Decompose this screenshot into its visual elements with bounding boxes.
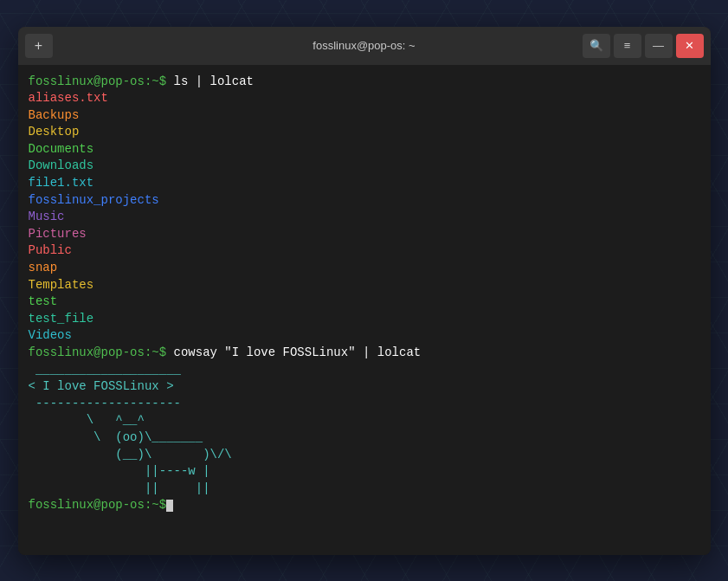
prompt-2: fosslinux@pop-os <box>29 345 145 359</box>
cow-line-3: -------------------- <box>29 396 700 413</box>
cow-line-8: || || <box>29 481 700 498</box>
search-icon: 🔍 <box>589 39 603 52</box>
prompt-1: fosslinux@pop-os <box>29 74 145 88</box>
cow-line-6: (__)\ )\/\ <box>29 447 700 464</box>
minimize-button[interactable]: — <box>645 34 673 58</box>
cow-line-7: ||----w | <box>29 463 700 481</box>
ls-item-file1: file1.txt <box>29 175 700 192</box>
prompt-3: fosslinux@pop-os <box>29 498 145 512</box>
minimize-icon: — <box>653 39 664 52</box>
ls-item-backups: Backups <box>29 107 700 125</box>
command-line-2: fosslinux@pop-os:~$ cowsay "I love FOSSL… <box>29 345 700 362</box>
ls-item-aliases: aliases.txt <box>29 90 700 107</box>
ls-item-desktop: Desktop <box>29 124 700 141</box>
title-bar-left: + <box>25 34 53 58</box>
title-bar-right: 🔍 ≡ — ✕ <box>583 34 704 58</box>
ls-item-videos: Videos <box>29 327 700 345</box>
ls-item-pictures: Pictures <box>29 226 700 243</box>
plus-icon: + <box>35 38 42 54</box>
ls-item-test-file: test_file <box>29 311 700 328</box>
cow-line-4: \ ^__^ <box>29 412 700 429</box>
cow-line-2: < I love FOSSLinux > <box>29 378 700 396</box>
command-line-1: fosslinux@pop-os:~$ ls | lolcat <box>29 74 700 91</box>
cow-line-5: \ (oo)\_______ <box>29 429 700 447</box>
close-icon: ✕ <box>685 39 694 52</box>
ls-item-documents: Documents <box>29 141 700 158</box>
desktop: + fosslinux@pop-os: ~ 🔍 ≡ — ✕ <box>0 0 728 581</box>
ls-item-templates: Templates <box>29 277 700 294</box>
menu-button[interactable]: ≡ <box>614 34 641 58</box>
terminal-body[interactable]: fosslinux@pop-os:~$ ls | lolcat aliases.… <box>18 65 711 555</box>
cow-line-1: ____________________ <box>29 362 700 379</box>
terminal-window: + fosslinux@pop-os: ~ 🔍 ≡ — ✕ <box>18 27 711 555</box>
window-title: fosslinux@pop-os: ~ <box>312 39 415 52</box>
search-button[interactable]: 🔍 <box>583 34 610 58</box>
ls-item-downloads: Downloads <box>29 158 700 175</box>
cursor <box>166 500 173 512</box>
close-button[interactable]: ✕ <box>676 34 704 58</box>
ls-item-test: test <box>29 294 700 311</box>
ls-item-public: Public <box>29 242 700 260</box>
title-bar: + fosslinux@pop-os: ~ 🔍 ≡ — ✕ <box>18 27 711 65</box>
new-tab-button[interactable]: + <box>25 34 53 58</box>
command-line-3: fosslinux@pop-os:~$ <box>29 497 700 514</box>
ls-item-snap: snap <box>29 260 700 277</box>
ls-item-music: Music <box>29 209 700 226</box>
hamburger-icon: ≡ <box>624 39 631 52</box>
ls-item-fosslinux-projects: fosslinux_projects <box>29 192 700 210</box>
